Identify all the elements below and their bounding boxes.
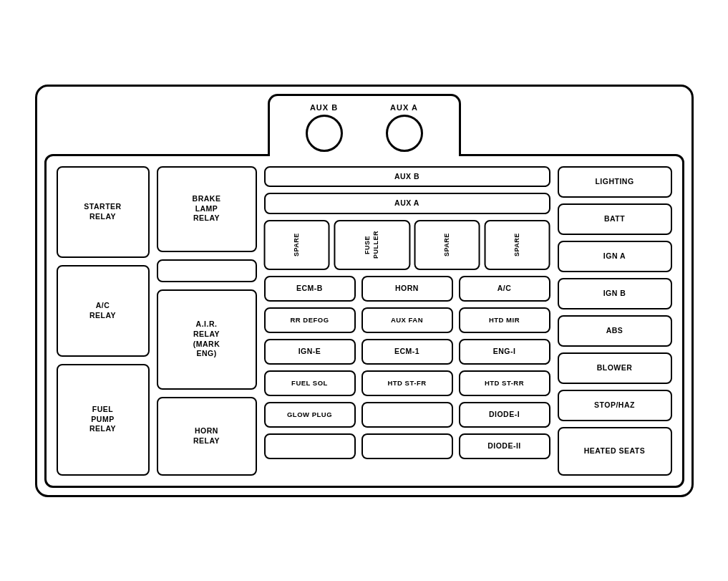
blank-bot2 bbox=[361, 433, 453, 459]
ecm-1: ECM-1 bbox=[361, 339, 453, 365]
brake-lamp-relay: BRAKE LAMP RELAY bbox=[157, 166, 257, 252]
htd-mir: HTD MIR bbox=[459, 307, 550, 333]
main-fuse-area: STARTER RELAY A/C RELAY FUEL PUMP RELAY … bbox=[44, 154, 684, 488]
aux-b-fuse: AUX B bbox=[264, 166, 550, 188]
row-blank-diode-ii: DIODE-II bbox=[264, 433, 550, 459]
fuel-pump-relay: FUEL PUMP RELAY bbox=[57, 364, 150, 476]
blower: BLOWER bbox=[558, 352, 672, 384]
ecm-b: ECM-B bbox=[264, 276, 356, 302]
row-glow-diode-i: GLOW PLUG DIODE-I bbox=[264, 402, 550, 428]
aux-a-label: AUX A bbox=[390, 103, 418, 112]
spare-3: SPARE bbox=[485, 220, 550, 270]
row-spare: SPARE FUSE PULLER SPARE SPARE bbox=[264, 220, 550, 270]
heated-seats: HEATED SEATS bbox=[558, 427, 672, 476]
blank-mid bbox=[361, 402, 453, 428]
aux-b-circle bbox=[306, 115, 343, 152]
aux-a-circle bbox=[386, 115, 423, 152]
diode-i: DIODE-I bbox=[459, 402, 550, 428]
fuse-diagram: AUX B AUX A STARTER RELAY A/C RELAY FUEL… bbox=[35, 85, 694, 497]
horn-relay: HORN RELAY bbox=[157, 397, 257, 476]
horn: HORN bbox=[361, 276, 453, 302]
row-ign-ecm-eng: IGN-E ECM-1 ENG-I bbox=[264, 339, 550, 365]
abs: ABS bbox=[558, 315, 672, 347]
fuel-sol: FUEL SOL bbox=[264, 370, 356, 396]
starter-relay: STARTER RELAY bbox=[57, 166, 150, 258]
row-fuel-htd: FUEL SOL HTD ST-FR HTD ST-RR bbox=[264, 370, 550, 396]
air-relay: A.I.R. RELAY (MARK ENG) bbox=[157, 289, 257, 390]
batt: BATT bbox=[558, 203, 672, 235]
spare-2: SPARE bbox=[414, 220, 480, 270]
ac-fuse: A/C bbox=[459, 276, 550, 302]
blank-bot1 bbox=[264, 433, 356, 459]
ign-b: IGN B bbox=[558, 278, 672, 309]
ign-e: IGN-E bbox=[264, 339, 356, 365]
aux-a-fuse: AUX A bbox=[264, 193, 550, 214]
aux-b-label: AUX B bbox=[310, 103, 338, 112]
lighting: LIGHTING bbox=[558, 166, 672, 198]
eng-i: ENG-I bbox=[459, 339, 550, 365]
rr-defog: RR DEFOG bbox=[264, 307, 356, 333]
col2: BRAKE LAMP RELAY A.I.R. RELAY (MARK ENG)… bbox=[157, 166, 257, 476]
spare-1: SPARE bbox=[264, 220, 330, 270]
htd-st-fr: HTD ST-FR bbox=[361, 370, 453, 396]
blank-1 bbox=[157, 259, 257, 282]
htd-st-rr: HTD ST-RR bbox=[459, 370, 550, 396]
aux-b-connector: AUX B bbox=[306, 103, 343, 152]
col3: AUX B AUX A SPARE FUSE PULLER SPARE SPAR… bbox=[264, 166, 550, 476]
row-aux-a: AUX A bbox=[264, 193, 550, 214]
aux-fan: AUX FAN bbox=[361, 307, 453, 333]
glow-plug: GLOW PLUG bbox=[264, 402, 356, 428]
diode-ii: DIODE-II bbox=[459, 433, 550, 459]
stop-haz: STOP/HAZ bbox=[558, 390, 672, 421]
row-aux-b: AUX B bbox=[264, 166, 550, 188]
row-ecm-horn-ac: ECM-B HORN A/C bbox=[264, 276, 550, 302]
col4: LIGHTING BATT IGN A IGN B ABS BLOWER STO… bbox=[558, 166, 672, 476]
ign-a: IGN A bbox=[558, 241, 672, 272]
col1: STARTER RELAY A/C RELAY FUEL PUMP RELAY bbox=[57, 166, 150, 476]
ac-relay: A/C RELAY bbox=[57, 265, 150, 357]
fuse-puller: FUSE PULLER bbox=[334, 220, 410, 270]
aux-a-connector: AUX A bbox=[386, 103, 423, 152]
row-defog-fan-mir: RR DEFOG AUX FAN HTD MIR bbox=[264, 307, 550, 333]
